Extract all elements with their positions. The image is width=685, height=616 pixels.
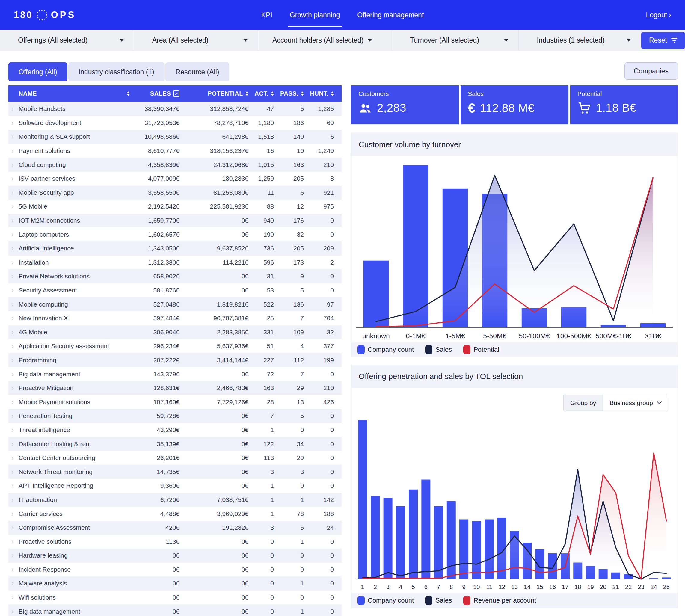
filter-dropdown[interactable]: Account holders (All selected) [258,30,392,51]
table-row[interactable]: › IT automation 6,720€ 7,038,751€ 1 1 14… [8,493,341,507]
nav-link-offering-management[interactable]: Offering management [357,0,424,30]
row-expand-chevron-icon[interactable]: › [8,580,19,587]
row-expand-chevron-icon[interactable]: › [8,119,19,127]
kpi-value: 1.18 B€ [596,102,637,114]
table-row[interactable]: › Datacenter Hosting & rent 35,139€ 0€ 1… [8,437,341,451]
row-expand-chevron-icon[interactable]: › [8,524,19,531]
table-row[interactable]: › Incident Response 0€ 0€ 0 0 0 [8,563,341,577]
table-row[interactable]: › Application Security assessment 296,23… [8,339,341,353]
table-row[interactable]: › Proactive Mitigation 128,631€ 2,466,78… [8,381,341,395]
row-expand-chevron-icon[interactable]: › [8,608,19,615]
row-expand-chevron-icon[interactable]: › [8,301,19,308]
column-header-act[interactable]: ACT. [252,90,278,97]
row-expand-chevron-icon[interactable]: › [8,426,19,434]
table-row[interactable]: › Mobile Security app 3,558,550€ 81,253,… [8,186,341,200]
cell-pass: 5 [278,287,308,294]
table-row[interactable]: › Threat intelligence 43,290€ 0€ 1 0 0 [8,423,341,437]
reset-filters-button[interactable]: Reset [641,32,685,49]
row-expand-chevron-icon[interactable]: › [8,203,19,210]
row-expand-chevron-icon[interactable]: › [8,105,19,112]
row-expand-chevron-icon[interactable]: › [8,259,19,266]
table-row[interactable]: › Security Assessment 581,876€ 0€ 53 5 0 [8,283,341,298]
row-expand-chevron-icon[interactable]: › [8,343,19,350]
row-expand-chevron-icon[interactable]: › [8,175,19,182]
cell-pass: 109 [278,329,308,336]
table-row[interactable]: › IOT M2M connections 1,659,770€ 0€ 940 … [8,214,341,228]
tab-offering-all-[interactable]: Offering (All) [8,62,67,82]
table-row[interactable]: › Programming 207,222€ 3,414,144€ 227 11… [8,353,341,367]
row-expand-chevron-icon[interactable]: › [8,510,19,518]
row-expand-chevron-icon[interactable]: › [8,189,19,196]
row-expand-chevron-icon[interactable]: › [8,273,19,280]
table-row[interactable]: › Wifi solutions 0€ 0€ 0 0 0 [8,591,341,604]
table-row[interactable]: › 5G Mobile 2,192,542€ 225,581,923€ 88 1… [8,200,341,214]
tab-resource-all-[interactable]: Resource (All) [165,62,229,82]
row-expand-chevron-icon[interactable]: › [8,133,19,140]
filter-dropdown[interactable]: Area (All selected) [134,30,258,51]
row-expand-chevron-icon[interactable]: › [8,398,19,406]
table-row[interactable]: › Malware analysis 0€ 0€ 0 1 0 [8,576,341,591]
row-expand-chevron-icon[interactable]: › [8,538,19,545]
table-row[interactable]: › Laptop computers 1,602,657€ 0€ 190 32 … [8,227,341,241]
table-row[interactable]: › Monitoring & SLA support 10,498,586€ 6… [8,130,341,144]
row-expand-chevron-icon[interactable]: › [8,594,19,601]
table-row[interactable]: › Network Threat monitoring 14,735€ 0€ 3… [8,465,341,479]
table-row[interactable]: › 4G Mobile 306,904€ 2,283,385€ 331 109 … [8,325,341,339]
row-expand-chevron-icon[interactable]: › [8,566,19,573]
table-row[interactable]: › Big data management 0€ 0€ 0 1 0 [8,604,341,616]
table-row[interactable]: › Hardware leasing 0€ 0€ 0 0 0 [8,549,341,563]
row-expand-chevron-icon[interactable]: › [8,245,19,252]
group-by-select[interactable]: Business group [603,395,668,411]
table-row[interactable]: › Penetration Testing 59,728€ 0€ 7 5 0 [8,409,341,423]
row-expand-chevron-icon[interactable]: › [8,217,19,224]
table-row[interactable]: › ISV partner services 4,077,009€ 180,28… [8,172,341,186]
row-expand-chevron-icon[interactable]: › [8,552,19,559]
row-expand-chevron-icon[interactable]: › [8,496,19,503]
column-header-name[interactable]: NAME [8,90,130,97]
table-row[interactable]: › Mobile Handsets 38,390,347€ 312,858,72… [8,102,341,116]
row-expand-chevron-icon[interactable]: › [8,287,19,294]
column-header-sales[interactable]: SALES↗ [130,90,184,97]
companies-button[interactable]: Companies [624,62,678,80]
filter-dropdown[interactable]: Turnover (All selected) [392,30,519,51]
row-expand-chevron-icon[interactable]: › [8,371,19,378]
cell-potential: 318,156,237€ [184,147,252,154]
column-header-potential[interactable]: POTENTIAL [184,90,252,97]
filter-dropdown[interactable]: Industries (1 selected) [519,30,641,51]
table-row[interactable]: › Installation 1,312,380€ 114,221€ 596 1… [8,256,341,270]
row-expand-chevron-icon[interactable]: › [8,329,19,336]
table-row[interactable]: › Proactive solutions 113€ 0€ 9 1 0 [8,534,341,549]
table-row[interactable]: › Mobile computing 527,048€ 1,819,821€ 5… [8,297,341,311]
table-row[interactable]: › APT Intelligence Reporting 9,360€ 0€ 1… [8,479,341,493]
row-expand-chevron-icon[interactable]: › [8,161,19,168]
row-expand-chevron-icon[interactable]: › [8,440,19,448]
row-expand-chevron-icon[interactable]: › [8,482,19,489]
row-expand-chevron-icon[interactable]: › [8,147,19,154]
row-expand-chevron-icon[interactable]: › [8,412,19,419]
table-row[interactable]: › Compromise Assessment 420€ 191,282€ 3 … [8,521,341,535]
row-expand-chevron-icon[interactable]: › [8,231,19,238]
row-expand-chevron-icon[interactable]: › [8,468,19,476]
table-row[interactable]: › Artificial intelligence 1,343,050€ 9,6… [8,241,341,256]
table-row[interactable]: › Mobile Payment solutions 107,160€ 7,72… [8,395,341,409]
table-row[interactable]: › Software development 31,723,053€ 78,27… [8,116,341,130]
filter-dropdown[interactable]: Offerings (All selected) [0,30,134,51]
row-expand-chevron-icon[interactable]: › [8,356,19,364]
column-header-hunt[interactable]: HUNT. [308,90,338,97]
tab-industry-classification-1-[interactable]: Industry classification (1) [68,62,164,82]
table-row[interactable]: › New Innovation X 397,484€ 90,707,381€ … [8,311,341,325]
table-row[interactable]: › Payment solutions 8,610,777€ 318,156,2… [8,144,341,158]
row-expand-chevron-icon[interactable]: › [8,454,19,461]
table-row[interactable]: › Big data management 143,379€ 0€ 72 7 0 [8,367,341,381]
row-expand-chevron-icon[interactable]: › [8,384,19,392]
nav-link-kpi[interactable]: KPI [261,0,272,30]
cell-hunt: 0 [308,412,338,419]
table-row[interactable]: › Cloud computing 4,358,839€ 24,312,068€… [8,158,341,172]
column-header-pass[interactable]: PASS. [278,90,308,97]
nav-link-growth-planning[interactable]: Growth planning [290,0,340,30]
table-row[interactable]: › Private Network solutions 658,902€ 0€ … [8,269,341,283]
table-row[interactable]: › Contact Center outsourcing 26,201€ 0€ … [8,451,341,465]
logout-link[interactable]: Logout › [646,11,671,19]
row-expand-chevron-icon[interactable]: › [8,314,19,322]
table-row[interactable]: › Carrier services 4,488€ 3,969,029€ 1 7… [8,507,341,521]
